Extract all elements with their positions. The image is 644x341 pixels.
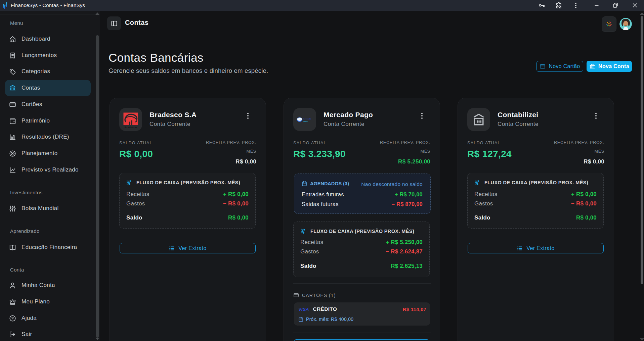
svg-text:Bradesco: Bradesco bbox=[125, 126, 137, 129]
svg-text:pago: pago bbox=[303, 120, 308, 122]
svg-text:mercado: mercado bbox=[303, 117, 311, 119]
